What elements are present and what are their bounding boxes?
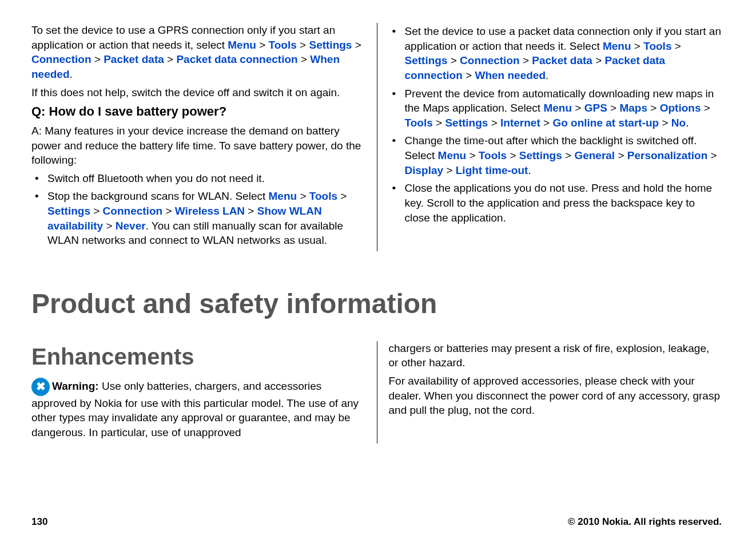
breadcrumb-separator: > xyxy=(659,117,671,129)
text: . xyxy=(70,68,73,80)
breadcrumb-separator: > xyxy=(103,220,116,232)
breadcrumb-separator: > xyxy=(607,102,620,114)
breadcrumb-separator: > xyxy=(540,117,553,129)
list-item: Stop the background scans for WLAN. Sele… xyxy=(31,189,365,248)
breadcrumb-separator: > xyxy=(245,205,257,217)
breadcrumb-separator: > xyxy=(592,54,605,66)
page-number: 130 xyxy=(31,516,47,529)
page-footer: 130 © 2010 Nokia. All rights reserved. xyxy=(31,516,722,529)
menu-link[interactable]: Connection xyxy=(460,54,520,66)
text: . xyxy=(546,69,548,81)
menu-link[interactable]: Connection xyxy=(103,205,163,217)
menu-link[interactable]: When needed xyxy=(475,69,546,81)
breadcrumb-separator: > xyxy=(520,54,532,66)
tips-list-left: Switch off Bluetooth when you do not nee… xyxy=(31,171,365,248)
answer-intro: A: Many features in your device increase… xyxy=(31,124,365,168)
breadcrumb-separator: > xyxy=(671,40,681,52)
restart-paragraph: If this does not help, switch the device… xyxy=(31,85,365,100)
col-left: Enhancements Warning: Use only batteries… xyxy=(31,341,377,444)
list-item: Prevent the device from automatically do… xyxy=(389,86,722,130)
menu-link[interactable]: Settings xyxy=(47,205,90,217)
nav-path: Menu > Tools > Settings > General > Pers… xyxy=(405,149,717,176)
text: Stop the background scans for WLAN. Sele… xyxy=(47,190,269,202)
breadcrumb-separator: > xyxy=(91,53,104,65)
menu-link[interactable]: Menu xyxy=(603,40,631,52)
breadcrumb-separator: > xyxy=(337,190,347,202)
breadcrumb-separator: > xyxy=(433,117,445,129)
menu-link[interactable]: Tools xyxy=(479,149,507,161)
text: . xyxy=(528,164,531,176)
menu-link[interactable]: GPS xyxy=(584,102,607,114)
breadcrumb-separator: > xyxy=(562,149,575,161)
menu-link[interactable]: No xyxy=(671,117,686,129)
list-item: Switch off Bluetooth when you do not nee… xyxy=(31,171,365,186)
menu-link[interactable]: Tools xyxy=(309,190,337,202)
menu-link[interactable]: Tools xyxy=(643,40,671,52)
col-left: To set the device to use a GPRS connecti… xyxy=(31,23,377,251)
menu-link[interactable]: Connection xyxy=(31,53,91,65)
menu-link[interactable]: Packet data connection xyxy=(176,53,297,65)
menu-link[interactable]: Menu xyxy=(543,102,572,114)
breadcrumb-separator: > xyxy=(297,39,309,51)
list-item: Change the time-out after which the back… xyxy=(389,133,722,177)
text: . xyxy=(686,117,689,129)
breadcrumb-separator: > xyxy=(164,53,177,65)
menu-link[interactable]: Maps xyxy=(619,102,647,114)
section-heading: Enhancements xyxy=(31,341,365,372)
menu-link[interactable]: Settings xyxy=(519,149,562,161)
breadcrumb-separator: > xyxy=(507,149,519,161)
menu-link[interactable]: Options xyxy=(660,102,701,114)
menu-link[interactable]: Light time-out xyxy=(456,164,528,176)
menu-link[interactable]: General xyxy=(574,149,615,161)
menu-link[interactable]: Packet data xyxy=(104,53,164,65)
warning-continued: chargers or batteries may present a risk… xyxy=(389,341,722,370)
breadcrumb-separator: > xyxy=(352,39,361,51)
breadcrumb-separator: > xyxy=(572,102,584,114)
menu-link[interactable]: Internet xyxy=(500,117,540,129)
enhancements-columns: Enhancements Warning: Use only batteries… xyxy=(31,341,722,444)
enhancements-section: Enhancements Warning: Use only batteries… xyxy=(31,341,722,444)
menu-link[interactable]: Settings xyxy=(445,117,488,129)
menu-link[interactable]: Menu xyxy=(228,39,256,51)
menu-link[interactable]: Go online at start-up xyxy=(552,117,659,129)
menu-link[interactable]: Menu xyxy=(269,190,297,202)
breadcrumb-separator: > xyxy=(90,205,103,217)
menu-link[interactable]: Menu xyxy=(438,149,467,161)
breadcrumb-separator: > xyxy=(466,149,479,161)
troubleshooting-columns: To set the device to use a GPRS connecti… xyxy=(31,23,722,251)
breadcrumb-separator: > xyxy=(297,190,309,202)
warning-label: Warning: xyxy=(52,380,99,392)
tips-list-right: Set the device to use a packet data conn… xyxy=(389,24,722,225)
list-item: Set the device to use a packet data conn… xyxy=(389,24,722,83)
menu-link[interactable]: Wireless LAN xyxy=(175,205,245,217)
breadcrumb-separator: > xyxy=(256,39,269,51)
accessories-paragraph: For availability of approved accessories… xyxy=(389,374,722,418)
copyright: © 2010 Nokia. All rights reserved. xyxy=(568,516,722,529)
breadcrumb-separator: > xyxy=(298,53,311,65)
breadcrumb-separator: > xyxy=(162,205,175,217)
menu-link[interactable]: Tools xyxy=(269,39,297,51)
gprs-paragraph: To set the device to use a GPRS connecti… xyxy=(31,23,365,82)
menu-link[interactable]: Settings xyxy=(309,39,352,51)
menu-link[interactable]: Display xyxy=(405,164,444,176)
menu-link[interactable]: Personalization xyxy=(627,149,707,161)
menu-link[interactable]: Tools xyxy=(405,117,433,129)
breadcrumb-separator: > xyxy=(463,69,475,81)
list-item: Close the applications you do not use. P… xyxy=(389,181,722,225)
breadcrumb-separator: > xyxy=(647,102,660,114)
warning-icon xyxy=(31,378,50,396)
question-heading: Q: How do I save battery power? xyxy=(31,103,365,120)
breadcrumb-separator: > xyxy=(615,149,627,161)
menu-link[interactable]: Packet data xyxy=(532,54,592,66)
breadcrumb-separator: > xyxy=(701,102,710,114)
chapter-heading: Product and safety information xyxy=(31,286,722,323)
text: Switch off Bluetooth when you do not nee… xyxy=(47,172,265,184)
text: Close the applications you do not use. P… xyxy=(405,182,713,223)
breadcrumb-separator: > xyxy=(707,149,717,161)
col-right: chargers or batteries may present a risk… xyxy=(377,341,722,444)
menu-link[interactable]: Never xyxy=(116,220,146,232)
col-right: Set the device to use a packet data conn… xyxy=(377,23,722,251)
breadcrumb-separator: > xyxy=(443,164,456,176)
breadcrumb-separator: > xyxy=(488,117,500,129)
menu-link[interactable]: Settings xyxy=(405,54,448,66)
